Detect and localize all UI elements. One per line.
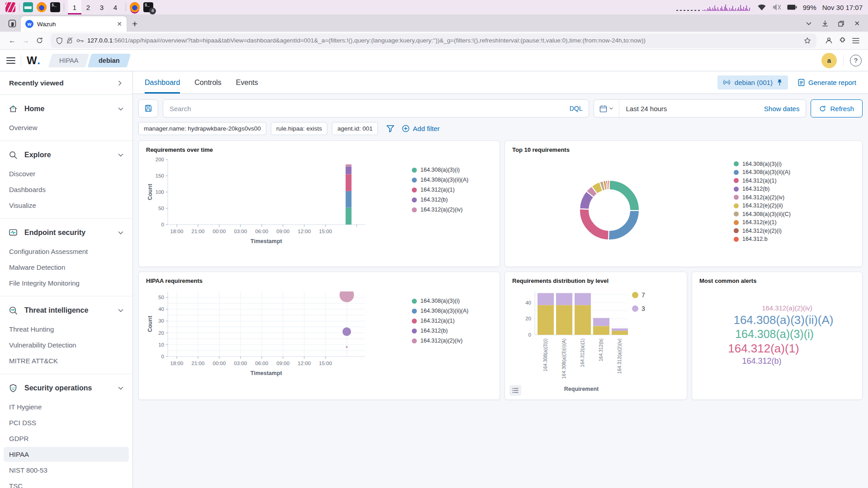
tab-close-icon[interactable]: ✕ (117, 20, 122, 28)
wifi-icon[interactable] (757, 4, 766, 11)
legend-item-164-308-a-3-i[interactable]: 164.308(a)(3)(i) (412, 167, 468, 173)
forward-icon[interactable]: → (19, 34, 33, 47)
menu-icon[interactable] (849, 34, 863, 47)
tab-events[interactable]: Events (236, 71, 258, 94)
legend-item-164-312-a-2-iv[interactable]: 164.312(a)(2)(iv) (412, 338, 468, 344)
sidebar-item-vulnerability-detection[interactable]: Vulnerability Detection (4, 338, 129, 352)
legend-toggle-button[interactable] (509, 385, 521, 396)
filter-chip-agent-id[interactable]: agent.id: 001 (332, 122, 378, 135)
tab-dashboard[interactable]: Dashboard (145, 71, 180, 94)
legend-item-164-312-a-1[interactable]: 164.312(a)(1) (412, 187, 468, 193)
legend-item-164-308-a-3-ii-a[interactable]: 164.308(a)(3)(ii)(A) (734, 169, 791, 175)
sidebar-item-tsc[interactable]: TSC (4, 479, 129, 488)
filter-funnel-icon[interactable] (386, 125, 395, 133)
legend-item-164-312-a-1[interactable]: 164.312(a)(1) (734, 178, 791, 184)
insecure-lock-icon[interactable] (66, 37, 73, 44)
help-icon[interactable]: ? (850, 55, 862, 66)
back-icon[interactable]: ← (5, 34, 19, 47)
tab-controls[interactable]: Controls (194, 71, 222, 94)
sidebar-item-visualize[interactable]: Visualize (4, 198, 129, 213)
tag-164-312-a-2-iv[interactable]: 164.312(a)(2)(iv) (762, 304, 812, 313)
terminal-app-icon[interactable]: $_ (50, 2, 60, 12)
tracking-protection-shield-icon[interactable] (56, 37, 63, 44)
account-icon[interactable] (822, 34, 835, 47)
save-query-button[interactable] (138, 99, 158, 117)
tag-164-312-a-1[interactable]: 164.312(a)(1) (728, 341, 799, 356)
refresh-button[interactable]: Refresh (811, 99, 863, 117)
legend-item-164-312-e-2-ii[interactable]: 164.312(e)(2)(ii) (734, 202, 791, 209)
sidebar-section-header-endpoint-security[interactable]: Endpoint security (0, 222, 132, 243)
url-bar[interactable]: 127.0.0.1:5601/app/hipaa#/overview/?tab=… (51, 33, 816, 48)
workspace-2[interactable]: 2 (81, 0, 95, 14)
search-input[interactable] (170, 105, 564, 113)
legend-item-164-308-a-3-ii-c[interactable]: 164.308(a)(3)(ii)(C) (734, 211, 791, 217)
close-window-icon[interactable]: ✕ (854, 19, 860, 28)
legend-item-164-308-a-3-ii-a[interactable]: 164.308(a)(3)(ii)(A) (412, 308, 468, 314)
sidebar-item-threat-hunting[interactable]: Threat Hunting (4, 322, 129, 337)
legend-item-164-312-e-1[interactable]: 164.312(e)(1) (734, 219, 791, 225)
workspace-1[interactable]: 1 (68, 0, 81, 14)
muted-speaker-icon[interactable] (772, 3, 781, 11)
sidebar-item-mitre-att-ck[interactable]: MITRE ATT&CK (4, 353, 129, 368)
breadcrumb-hipaa[interactable]: HIPAA (48, 54, 90, 67)
legend-item-164-312-b[interactable]: 164.312(b) (412, 328, 468, 334)
legend-item-164-308-a-3-i[interactable]: 164.308(a)(3)(i) (734, 161, 791, 167)
extensions-icon[interactable] (835, 34, 849, 47)
sidebar-section-header-home[interactable]: Home (0, 99, 132, 119)
terminal-running-icon[interactable]: $_4 (143, 2, 153, 12)
new-tab-button[interactable]: + (132, 19, 137, 28)
agent-chip[interactable]: debian (001) (717, 75, 788, 89)
sidebar-item-discover[interactable]: Discover (4, 166, 129, 181)
distro-logo-icon[interactable] (5, 2, 15, 12)
sidebar-item-configuration-assessment[interactable]: Configuration Assessment (4, 244, 129, 259)
avatar[interactable]: a (821, 53, 837, 68)
generate-report-button[interactable]: Generate report (798, 79, 856, 86)
legend-item-164-312-a-2-iv[interactable]: 164.312(a)(2)(iv) (412, 206, 468, 213)
nav-hamburger-icon[interactable] (6, 57, 15, 64)
browser-tab-wazuh[interactable]: w Wazuh ✕ (21, 16, 127, 32)
time-range-label[interactable]: Last 24 hours (619, 105, 673, 113)
add-filter-button[interactable]: Add filter (402, 125, 439, 132)
firefox-app-icon[interactable] (37, 2, 47, 12)
pin-icon[interactable] (777, 79, 783, 86)
legend-item-164-312-b[interactable]: 164.312(b) (412, 197, 468, 203)
restore-window-icon[interactable] (838, 21, 844, 27)
legend-item-164-312-e-2-i[interactable]: 164.312(e)(2)(i) (734, 228, 791, 234)
legend-item-164-308-a-3-i[interactable]: 164.308(a)(3)(i) (412, 298, 468, 304)
calendar-button[interactable] (594, 100, 619, 117)
wazuh-logo[interactable]: W. (27, 54, 40, 67)
sidebar-section-header-explore[interactable]: Explore (0, 145, 132, 165)
sidebar-item-gdpr[interactable]: GDPR (4, 431, 129, 446)
legend-item-164-312-a-1[interactable]: 164.312(a)(1) (412, 318, 468, 324)
tab-list-chevron-icon[interactable] (806, 20, 812, 27)
recently-viewed[interactable]: Recently viewed (0, 71, 132, 95)
sidebar-item-nist-800-53[interactable]: NIST 800-53 (4, 463, 129, 478)
breadcrumb-debian[interactable]: debian (87, 54, 130, 67)
minimize-icon[interactable] (822, 20, 828, 27)
query-language-label[interactable]: DQL (564, 105, 583, 112)
sidebar-item-dashboards[interactable]: Dashboards (4, 182, 129, 197)
firefox-running-icon[interactable] (130, 2, 140, 12)
show-dates-link[interactable]: Show dates (764, 105, 806, 113)
sidebar-item-it-hygiene[interactable]: IT Hygiene (4, 399, 129, 414)
firefox-view-icon[interactable] (5, 17, 19, 30)
filter-chip-rule-hipaa[interactable]: rule.hipaa: exists (271, 122, 327, 135)
filter-chip-manager-name[interactable]: manager.name: hydrapwkbare-20kgs0vs00 (138, 122, 266, 135)
legend-item-164-308-a-3-ii-a[interactable]: 164.308(a)(3)(ii)(A) (412, 177, 468, 183)
sidebar-item-hipaa[interactable]: HIPAA (4, 447, 129, 462)
permissions-key-icon[interactable] (76, 38, 84, 43)
tag-164-308-a-3-ii-a[interactable]: 164.308(a)(3)(ii)(A) (733, 313, 833, 328)
sidebar-item-malware-detection[interactable]: Malware Detection (4, 260, 129, 275)
sidebar-item-overview[interactable]: Overview (4, 120, 129, 135)
tag-164-308-a-3-i[interactable]: 164.308(a)(3)(i) (735, 327, 814, 341)
legend-item-164-312-a-2-iv[interactable]: 164.312(a)(2)(iv) (734, 194, 791, 201)
toolbox-app-icon[interactable] (23, 2, 33, 12)
sidebar-section-header-security-operations[interactable]: Security operations (0, 378, 132, 399)
legend-item-164-312-b[interactable]: 164.312.b (734, 236, 791, 242)
workspace-3[interactable]: 3 (95, 0, 108, 14)
bookmark-star-icon[interactable] (804, 37, 811, 44)
legend-item-164-312-b[interactable]: 164.312(b) (734, 186, 791, 192)
tag-164-312-b[interactable]: 164.312(b) (742, 356, 781, 366)
system-monitor-sparkline-icon[interactable] (675, 2, 751, 12)
sidebar-item-file-integrity-monitoring[interactable]: File Integrity Monitoring (4, 276, 129, 291)
